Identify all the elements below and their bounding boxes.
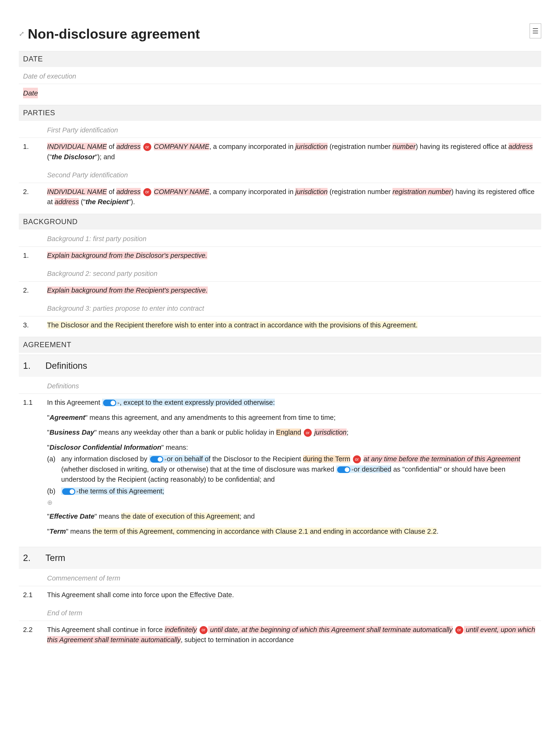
party1-jurisdiction[interactable]: jurisdiction — [295, 143, 327, 150]
def-ed-value: the date of execution of this Agreement — [121, 512, 240, 520]
dci-a-content: any information disclosed by ▸or on beha… — [61, 454, 541, 485]
section-agreement-heading: AGREEMENT — [19, 337, 541, 353]
dci-anytime[interactable]: at any time before the termination of th… — [364, 455, 520, 463]
section-date-heading: DATE — [19, 51, 541, 67]
party2-jurisdiction[interactable]: jurisdiction — [295, 188, 327, 195]
party1-reg-number[interactable]: number — [393, 143, 416, 150]
bg1-number: 1. — [19, 251, 47, 261]
party1-note: First Party identification — [19, 121, 541, 138]
chevron-right-icon[interactable]: ▸ — [77, 489, 79, 494]
or-badge[interactable]: or — [353, 455, 361, 463]
clause-1-1-number: 1.1 — [19, 398, 47, 408]
section-parties-heading: PARTIES — [19, 105, 541, 121]
party1-role: the Disclosor — [52, 153, 95, 161]
party1-individual-name[interactable]: INDIVIDUAL NAME — [47, 143, 107, 150]
toggle-switch[interactable] — [150, 456, 163, 463]
chevron-right-icon[interactable]: ▸ — [352, 467, 354, 472]
commencement-note: Commencement of term — [19, 569, 541, 586]
party1-body: INDIVIDUAL NAME of address or COMPANY NA… — [47, 142, 541, 162]
section-background-heading: BACKGROUND — [19, 214, 541, 230]
bg2-text[interactable]: Explain background from the Recipient's … — [47, 286, 208, 294]
toggle-switch[interactable] — [337, 466, 351, 473]
end-date-placeholder[interactable]: date — [225, 626, 238, 633]
bg3-text: The Disclosor and the Recipient therefor… — [47, 321, 418, 329]
party2-role: the Recipient — [86, 198, 128, 205]
party2-reg-number[interactable]: registration number — [393, 188, 451, 195]
end-event-placeholder[interactable]: event — [480, 626, 497, 633]
effective-date-ref[interactable]: Effective Date — [190, 591, 232, 599]
party2-number: 2. — [19, 187, 47, 197]
def-bd-england[interactable]: England — [276, 429, 301, 436]
date-placeholder[interactable]: Date — [23, 88, 38, 98]
clause-2-1-body: This Agreement shall come into force upo… — [47, 590, 541, 600]
dci-during-term[interactable]: during the Term — [303, 455, 351, 463]
or-badge[interactable]: or — [199, 626, 207, 634]
or-badge[interactable]: or — [304, 429, 312, 437]
clause-2-2-number: 2.2 — [19, 625, 47, 635]
party2-company-name[interactable]: COMPANY NAME — [154, 188, 209, 195]
def-bd-jurisdiction[interactable]: jurisdiction — [314, 429, 346, 436]
def-term: Term — [49, 528, 66, 535]
bg1-note: Background 1: first party position — [19, 230, 541, 247]
end-of-term-note: End of term — [19, 604, 541, 621]
def-business-day: Business Day — [49, 429, 94, 436]
party1-number: 1. — [19, 142, 47, 152]
party1-company-name[interactable]: COMPANY NAME — [154, 143, 209, 150]
date-note: Date of execution — [19, 67, 541, 84]
section2-title: Term — [45, 551, 65, 565]
or-badge[interactable]: or — [455, 626, 463, 634]
add-item-icon[interactable]: ⊕ — [47, 498, 52, 507]
def-effective-date: Effective Date — [49, 512, 94, 520]
party2-note: Second Party identification — [19, 166, 541, 183]
toggle-switch[interactable] — [62, 488, 75, 495]
clause-2-2-body: This Agreement shall continue in force i… — [47, 625, 541, 645]
party2-individual-name[interactable]: INDIVIDUAL NAME — [47, 188, 107, 195]
section1-number: 1. — [23, 359, 39, 373]
def-agreement: Agreement — [49, 414, 85, 421]
bg3-number: 3. — [19, 320, 47, 330]
dci-a-letter: (a) — [47, 454, 59, 485]
indefinitely-option[interactable]: indefinitely — [165, 626, 197, 633]
def-dci: Disclosor Confidential Information — [49, 444, 161, 451]
party1-address[interactable]: address — [116, 143, 140, 150]
dci-b-content: ▸the terms of this Agreement; — [61, 486, 541, 496]
or-badge[interactable]: or — [143, 143, 151, 151]
definitions-note: Definitions — [19, 377, 541, 394]
section1-title: Definitions — [45, 359, 87, 373]
party2-reg-address[interactable]: address — [54, 198, 79, 205]
bg2-number: 2. — [19, 285, 47, 296]
bg2-note: Background 2: second party position — [19, 264, 541, 282]
chevron-right-icon[interactable]: ▸ — [165, 457, 167, 462]
clause-1-1-body: In this Agreement ▸, except to the exten… — [47, 398, 541, 541]
chevron-right-icon[interactable]: ▸ — [118, 401, 120, 405]
or-badge[interactable]: or — [143, 188, 151, 196]
party2-body: INDIVIDUAL NAME of address or COMPANY NA… — [47, 187, 541, 207]
document-title: Non-disclosure agreement — [28, 23, 200, 44]
toggle-switch[interactable] — [103, 400, 116, 406]
party1-reg-address[interactable]: address — [509, 143, 533, 150]
bg1-text[interactable]: Explain background from the Disclosor's … — [47, 252, 207, 259]
def-term-value: the term of this Agreement, commencing i… — [93, 528, 437, 535]
party2-address[interactable]: address — [116, 188, 140, 195]
section2-number: 2. — [23, 551, 39, 565]
dci-b-letter: (b) — [47, 486, 59, 496]
toc-icon[interactable]: ☰ — [530, 23, 541, 38]
bg3-note: Background 3: parties propose to enter i… — [19, 299, 541, 316]
expand-icon[interactable]: ⤢ — [19, 29, 24, 39]
clause-2-1-number: 2.1 — [19, 590, 47, 600]
